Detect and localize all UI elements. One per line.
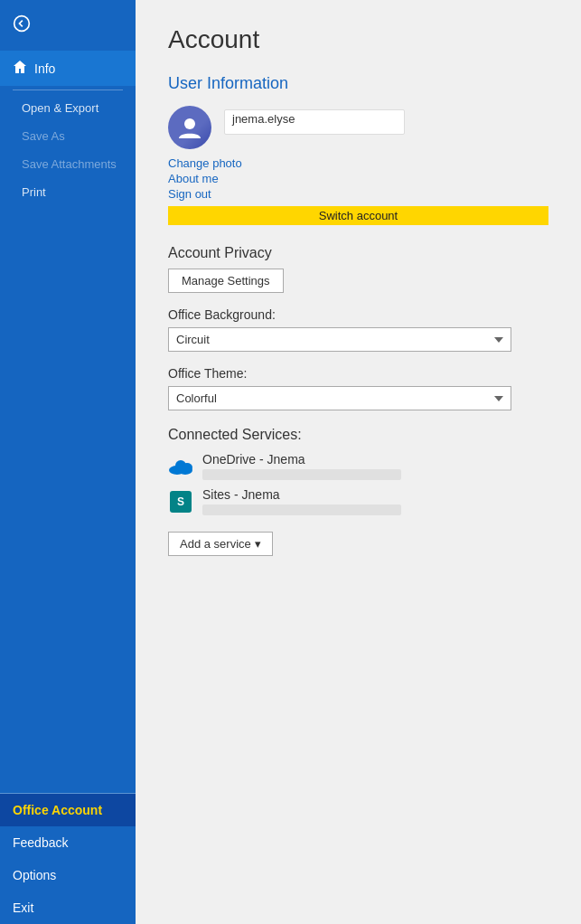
onedrive-service-item: OneDrive - Jnema <box>168 452 548 480</box>
sidebar-spacer <box>0 206 136 793</box>
user-name: jnema.elyse <box>225 108 302 129</box>
avatar-icon <box>176 114 203 141</box>
sidebar-info-label: Info <box>34 61 55 76</box>
sharepoint-logo: S <box>170 491 192 513</box>
account-privacy-heading: Account Privacy <box>168 245 548 261</box>
save-attachments-label: Save Attachments <box>22 157 117 171</box>
onedrive-icon <box>168 454 193 479</box>
sidebar-item-feedback[interactable]: Feedback <box>0 826 136 859</box>
svg-point-5 <box>182 463 192 472</box>
main-content: Account User Information jnema.elyse Cha… <box>136 0 581 924</box>
sidebar-item-options[interactable]: Options <box>0 859 136 891</box>
save-as-label: Save As <box>22 129 65 143</box>
office-theme-select[interactable]: Colorful Dark Gray Black White <box>168 386 511 410</box>
sidebar-item-exit[interactable]: Exit <box>0 891 136 924</box>
office-account-label: Office Account <box>13 803 102 817</box>
onedrive-service-info: OneDrive - Jnema <box>202 452 401 480</box>
sidebar-divider <box>13 90 123 90</box>
onedrive-service-subtext <box>202 469 401 480</box>
sidebar-item-open-export[interactable]: Open & Export <box>0 94 136 122</box>
connected-services-title: Connected Services: <box>168 427 548 443</box>
onedrive-service-name: OneDrive - Jnema <box>202 452 401 467</box>
home-icon <box>13 60 27 77</box>
sidebar-item-save-attachments: Save Attachments <box>0 150 136 178</box>
sidebar: Info Open & Export Save As Save Attachme… <box>0 0 136 924</box>
sidebar-nav-top: Info Open & Export Save As Save Attachme… <box>0 51 136 206</box>
user-name-section: jnema.elyse <box>224 106 405 135</box>
exit-label: Exit <box>13 900 33 915</box>
open-export-label: Open & Export <box>22 101 98 115</box>
avatar <box>168 106 211 149</box>
office-background-label: Office Background: <box>168 307 548 322</box>
office-background-select[interactable]: Circuit None Calligraphy Columns Doodle … <box>168 327 511 352</box>
sites-service-item: S Sites - Jnema <box>168 487 548 515</box>
onedrive-cloud-icon <box>169 458 192 475</box>
manage-settings-button[interactable]: Manage Settings <box>168 269 284 293</box>
user-info-row: jnema.elyse <box>168 106 548 149</box>
switch-account-button[interactable]: Switch account <box>168 206 548 225</box>
back-button[interactable] <box>0 0 136 51</box>
user-name-bar: jnema.elyse <box>224 109 405 135</box>
avatar-inner <box>168 106 211 149</box>
svg-point-0 <box>14 16 30 32</box>
change-photo-link[interactable]: Change photo <box>168 156 242 170</box>
add-service-label: Add a service <box>180 537 251 551</box>
sidebar-item-print[interactable]: Print <box>0 178 136 206</box>
sidebar-item-save-as: Save As <box>0 122 136 150</box>
office-theme-label: Office Theme: <box>168 366 548 381</box>
print-label: Print <box>22 185 46 199</box>
options-label: Options <box>13 868 56 882</box>
sites-service-name: Sites - Jnema <box>202 487 401 502</box>
add-service-button[interactable]: Add a service ▾ <box>168 532 273 556</box>
feedback-label: Feedback <box>13 835 68 850</box>
about-me-link[interactable]: About me <box>168 172 219 185</box>
svg-point-1 <box>184 118 195 129</box>
sites-service-subtext <box>202 504 401 515</box>
page-title: Account <box>168 25 548 54</box>
sidebar-bottom: Office Account Feedback Options Exit <box>0 793 136 924</box>
user-information-section-title: User Information <box>168 74 548 93</box>
sites-service-info: Sites - Jnema <box>202 487 401 515</box>
back-icon <box>13 14 31 33</box>
sidebar-item-info[interactable]: Info <box>0 51 136 86</box>
add-service-arrow: ▾ <box>255 537 261 551</box>
sidebar-item-office-account[interactable]: Office Account <box>0 794 136 826</box>
user-links: Change photo About me Sign out Switch ac… <box>168 156 548 225</box>
sharepoint-icon: S <box>168 489 193 514</box>
sign-out-link[interactable]: Sign out <box>168 187 211 201</box>
